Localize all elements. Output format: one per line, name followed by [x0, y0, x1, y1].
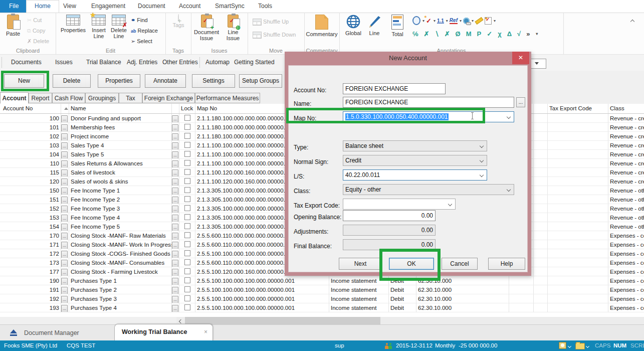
highlighter-icon[interactable] — [475, 17, 483, 25]
annotate-button[interactable]: Annotate — [145, 74, 186, 88]
find-button[interactable]: ⚭ Find — [131, 16, 148, 25]
map-no-dropdown-icon[interactable] — [507, 115, 511, 119]
lock-checkbox[interactable] — [184, 142, 190, 148]
properties-button[interactable]: Properties — [59, 15, 88, 33]
insert-line-button[interactable]: ★ Insert Line — [89, 15, 109, 39]
note-check-icon[interactable] — [485, 17, 492, 25]
collapse-ribbon-icon[interactable] — [630, 20, 634, 24]
lock-checkbox[interactable] — [184, 250, 190, 256]
tab-tools[interactable]: Tools — [250, 0, 280, 13]
numbering-icon[interactable]: 1.1 — [437, 18, 444, 24]
tab-report[interactable]: Report — [29, 93, 52, 103]
tags-button[interactable]: + Tags — [168, 15, 188, 28]
tickmark-icon[interactable]: Δ — [507, 30, 512, 38]
name-detail-button[interactable]: ... — [172, 169, 178, 177]
lock-checkbox[interactable] — [184, 115, 190, 121]
horizontal-scrollbar[interactable] — [0, 317, 644, 324]
name-field[interactable] — [343, 97, 514, 108]
properties-account-button[interactable]: Properties — [98, 74, 140, 88]
cancel-button[interactable]: Cancel — [442, 258, 478, 270]
status-date[interactable]: 2015-12-31 — [396, 340, 425, 351]
name-detail-button[interactable]: ... — [172, 296, 178, 303]
name-detail-button[interactable]: ... — [172, 142, 178, 150]
commentary-button[interactable]: Commentary — [306, 15, 338, 37]
tab-file[interactable]: File — [0, 0, 28, 13]
paste-button[interactable]: Paste — [3, 15, 23, 37]
cut-button[interactable]: ✂ Cut — [27, 16, 42, 25]
name-detail-button[interactable]: ... — [172, 197, 178, 204]
lock-checkbox[interactable] — [184, 214, 190, 220]
name-detail-button[interactable]: ... — [172, 188, 178, 195]
account-detail-button[interactable]: ... — [61, 242, 68, 249]
help-button[interactable]: Help — [488, 258, 525, 270]
class-dropdown-icon[interactable] — [507, 188, 511, 192]
name-detail-button[interactable]: ... — [172, 115, 178, 123]
lock-checkbox[interactable] — [184, 295, 190, 301]
document-issue-button[interactable]: ✓+ Document Issue — [193, 15, 220, 41]
next-button[interactable]: Next — [339, 258, 382, 270]
account-detail-button[interactable]: ... — [61, 233, 68, 240]
tickmark-icon[interactable]: ℅ — [412, 30, 418, 38]
tab-view[interactable]: View — [55, 0, 84, 13]
lock-checkbox[interactable] — [184, 241, 190, 247]
opening-balance-field[interactable] — [343, 210, 436, 221]
lock-checkbox[interactable] — [184, 151, 190, 157]
account-detail-button[interactable]: ... — [61, 188, 68, 195]
tickmark-icon[interactable]: ✓ — [487, 30, 492, 38]
account-detail-button[interactable]: ... — [61, 169, 68, 177]
settings-button[interactable]: Settings — [192, 74, 235, 88]
setup-groups-button[interactable]: Setup Groups — [239, 74, 282, 88]
account-detail-button[interactable]: ... — [61, 278, 68, 285]
account-detail-button[interactable]: ... — [61, 269, 68, 276]
tax-export-code-combo[interactable] — [343, 199, 456, 210]
table-row[interactable]: 191 ... Purchases Type 2 ... 2.5.5.100.1… — [0, 285, 644, 294]
lock-checkbox[interactable] — [184, 223, 190, 229]
name-detail-button[interactable]: ... — [172, 251, 178, 258]
lock-checkbox[interactable] — [184, 160, 190, 166]
tab-groupings[interactable]: Groupings — [85, 93, 119, 103]
name-detail-button[interactable]: ... — [172, 242, 178, 249]
scroll-left-button[interactable] — [176, 317, 185, 324]
account-detail-button[interactable]: ... — [61, 260, 68, 267]
account-detail-button[interactable]: ... — [61, 142, 68, 150]
status-periods[interactable]: 12 — [426, 340, 433, 351]
lock-checkbox[interactable] — [184, 259, 190, 265]
ls-dropdown-icon[interactable] — [480, 173, 484, 177]
dialog-close-button[interactable]: ✕ — [512, 52, 529, 64]
normal-sign-combo[interactable]: Credit — [343, 155, 487, 166]
lock-checkbox[interactable] — [184, 286, 190, 292]
tickmark-icon[interactable]: Ø — [456, 30, 461, 38]
name-detail-button[interactable]: ... — [172, 305, 178, 312]
account-detail-button[interactable]: ... — [61, 133, 68, 141]
lock-checkbox[interactable] — [184, 277, 190, 283]
pin-panel-icon[interactable] — [10, 329, 17, 333]
name-detail-button[interactable]: ... — [172, 179, 178, 186]
lock-checkbox[interactable] — [184, 133, 190, 139]
tab-engagement[interactable]: Engagement — [83, 0, 133, 13]
account-detail-button[interactable]: ... — [61, 215, 68, 222]
tab-account[interactable]: Account — [171, 0, 208, 13]
lock-checkbox[interactable] — [184, 169, 190, 175]
tickmark-overflow-button[interactable]: » — [526, 30, 530, 38]
shuffle-up-button[interactable]: Shuffle Up — [253, 17, 289, 27]
status-frequency[interactable]: Monthly — [435, 340, 455, 351]
name-detail-button[interactable]: ... — [172, 160, 178, 168]
monitor-icon[interactable] — [559, 342, 566, 349]
account-detail-button[interactable]: ... — [61, 251, 68, 258]
tab-document[interactable]: Document — [130, 0, 173, 13]
account-no-field[interactable] — [343, 83, 446, 94]
name-detail-button[interactable]: ... — [172, 287, 178, 294]
header-lock[interactable]: Lock — [179, 104, 195, 113]
name-detail-button[interactable]: ... — [172, 224, 178, 231]
red-check-icon[interactable]: ✓ — [426, 17, 432, 25]
name-detail-button[interactable]: ... — [172, 260, 178, 267]
line-annotation-button[interactable]: Line — [364, 15, 384, 36]
tickmark-icon[interactable]: ✗ — [445, 30, 450, 38]
scrollbar-thumb[interactable] — [185, 317, 380, 324]
tab-account-sheet[interactable]: Account — [0, 92, 29, 104]
header-class[interactable]: Class — [608, 104, 644, 113]
global-annotation-button[interactable]: Global — [343, 15, 363, 36]
folder-dropdown-icon[interactable] — [586, 340, 589, 351]
name-detail-button[interactable]: ... — [172, 278, 178, 285]
account-detail-button[interactable]: ... — [61, 151, 68, 159]
